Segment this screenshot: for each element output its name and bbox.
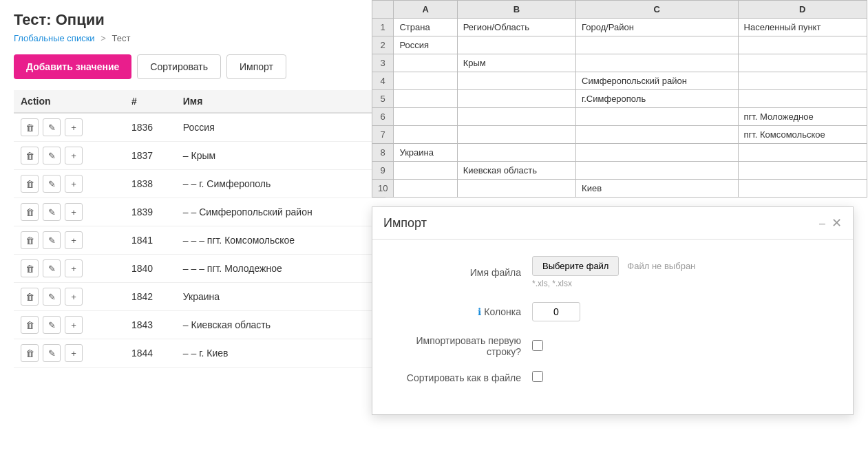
column-control (532, 302, 831, 321)
add-icon-button[interactable]: + (65, 203, 83, 221)
ss-cell-a (394, 108, 457, 126)
ss-col-b: B (457, 1, 575, 19)
add-icon-button[interactable]: + (65, 344, 83, 362)
breadcrumb-parent[interactable]: Глобальные списки (14, 33, 95, 43)
spreadsheet-table: A B C D 1 Страна Регион/Область Город/Ра… (372, 0, 867, 198)
add-icon-button[interactable]: + (65, 231, 83, 249)
import-dialog-title: Импорт (383, 216, 427, 231)
row-id: 1837 (125, 142, 176, 170)
ss-cell-a (394, 72, 457, 90)
ss-row-num: 3 (372, 54, 394, 72)
add-value-button[interactable]: Добавить значение (14, 54, 131, 79)
ss-cell-d (738, 72, 867, 90)
ss-cell-c (576, 108, 738, 126)
first-row-control (532, 340, 831, 353)
breadcrumb-separator: > (100, 33, 106, 43)
edit-icon-button[interactable]: ✎ (43, 316, 61, 334)
values-table: Action # Имя 🗑 ✎ + 1836 Россия 🗑 ✎ + (14, 90, 385, 368)
edit-icon-button[interactable]: ✎ (43, 147, 61, 164)
sort-checkbox[interactable] (532, 371, 543, 382)
ss-cell-c: Киев (576, 180, 738, 198)
delete-icon-button[interactable]: 🗑 (21, 288, 39, 306)
ss-row-num: 6 (372, 108, 394, 126)
ss-cell-d (738, 36, 867, 54)
edit-icon-button[interactable]: ✎ (43, 231, 61, 249)
choose-file-button[interactable]: Выберите файл (532, 256, 619, 276)
ss-cell-b (457, 108, 575, 126)
row-name: – Киевская область (176, 311, 385, 339)
row-id: 1838 (125, 170, 176, 198)
ss-cell-a (394, 126, 457, 144)
add-icon-button[interactable]: + (65, 147, 83, 164)
edit-icon-button[interactable]: ✎ (43, 175, 61, 193)
row-name: – – – пгт. Комсомольское (176, 226, 385, 255)
ss-cell-b (457, 180, 575, 198)
ss-row: 9 Киевская область (372, 162, 867, 180)
ss-cell-c (576, 54, 738, 72)
table-row: 🗑 ✎ + 1839 – – Симферопольский район (14, 198, 385, 226)
delete-icon-button[interactable]: 🗑 (21, 147, 39, 164)
first-row-checkbox[interactable] (532, 340, 543, 351)
add-icon-button[interactable]: + (65, 175, 83, 193)
action-icons: 🗑 ✎ + (21, 259, 118, 277)
delete-icon-button[interactable]: 🗑 (21, 344, 39, 362)
sort-button[interactable]: Сортировать (137, 54, 221, 79)
column-row: ℹКолонка (394, 302, 831, 321)
col-name-header: Имя (176, 90, 385, 113)
ss-cell-c (576, 162, 738, 180)
ss-row-num: 7 (372, 126, 394, 144)
page-title: Тест: Опции (14, 11, 385, 29)
table-row: 🗑 ✎ + 1841 – – – пгт. Комсомольское (14, 226, 385, 255)
ss-cell-b: Киевская область (457, 162, 575, 180)
table-row: 🗑 ✎ + 1840 – – – пгт. Молодежное (14, 255, 385, 283)
delete-icon-button[interactable]: 🗑 (21, 316, 39, 334)
ss-col-a: A (394, 1, 457, 19)
table-row: 🗑 ✎ + 1836 Россия (14, 113, 385, 142)
ss-row: 3 Крым (372, 54, 867, 72)
row-name: – Крым (176, 142, 385, 170)
delete-icon-button[interactable]: 🗑 (21, 175, 39, 193)
add-icon-button[interactable]: + (65, 316, 83, 334)
action-cell: 🗑 ✎ + (14, 226, 125, 255)
ss-cell-d: пгт. Моложедное (738, 108, 867, 126)
col-action-header: Action (14, 90, 125, 113)
edit-icon-button[interactable]: ✎ (43, 344, 61, 362)
action-icons: 🗑 ✎ + (21, 175, 118, 193)
edit-icon-button[interactable]: ✎ (43, 288, 61, 306)
ss-cell-c (576, 126, 738, 144)
delete-icon-button[interactable]: 🗑 (21, 118, 39, 136)
sort-control (532, 371, 831, 384)
add-icon-button[interactable]: + (65, 259, 83, 277)
ss-row: 6 пгт. Моложедное (372, 108, 867, 126)
delete-icon-button[interactable]: 🗑 (21, 259, 39, 277)
sort-row: Сортировать как в файле (394, 371, 831, 384)
import-minimize-button[interactable]: – (819, 217, 825, 230)
action-cell: 🗑 ✎ + (14, 198, 125, 226)
ss-cell-b (457, 126, 575, 144)
import-dialog-header: Импорт – ✕ (372, 207, 853, 240)
ss-row: 2 Россия (372, 36, 867, 54)
action-icons: 🗑 ✎ + (21, 118, 118, 136)
edit-icon-button[interactable]: ✎ (43, 259, 61, 277)
ss-cell-d: пгт. Комсомольское (738, 126, 867, 144)
edit-icon-button[interactable]: ✎ (43, 118, 61, 136)
add-icon-button[interactable]: + (65, 118, 83, 136)
action-cell: 🗑 ✎ + (14, 255, 125, 283)
ss-cell-c (576, 144, 738, 162)
ss-row-num: 9 (372, 162, 394, 180)
import-button[interactable]: Импорт (226, 54, 286, 79)
ss-row-num: 1 (372, 19, 394, 36)
column-input[interactable] (532, 302, 580, 321)
add-icon-button[interactable]: + (65, 288, 83, 306)
delete-icon-button[interactable]: 🗑 (21, 203, 39, 221)
row-name: – – г. Симферополь (176, 170, 385, 198)
ss-cell-b (457, 90, 575, 108)
ss-col-empty (372, 1, 394, 19)
edit-icon-button[interactable]: ✎ (43, 203, 61, 221)
row-name: Россия (176, 113, 385, 142)
import-close-button[interactable]: ✕ (832, 215, 842, 231)
action-cell: 🗑 ✎ + (14, 339, 125, 368)
ss-row-num: 10 (372, 180, 394, 198)
row-id: 1843 (125, 311, 176, 339)
delete-icon-button[interactable]: 🗑 (21, 231, 39, 249)
